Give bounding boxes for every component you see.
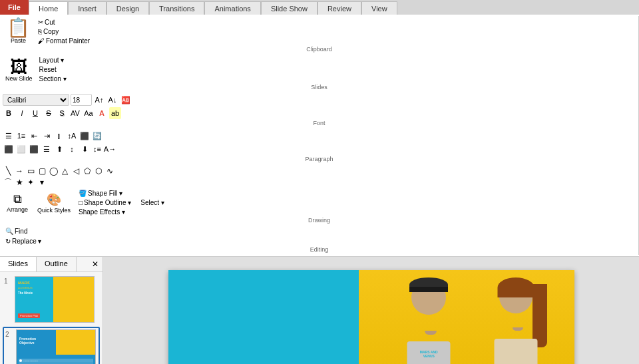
align-left-button[interactable]: ⬛ [3,143,15,155]
file-button[interactable]: File [0,0,29,15]
fill-icon: 🪣 [79,190,87,197]
ellipse-shape[interactable]: ◯ [48,166,59,176]
slide-thumb-2[interactable]: 2 PromotionObjective Creating awareness [3,327,100,364]
case-button[interactable]: Aa [83,107,95,119]
paste-icon: 📋 [7,19,30,37]
replace-button[interactable]: ↻ Replace ▾ [3,237,44,246]
sidebar-tab-outline[interactable]: Outline [37,257,77,272]
new-slide-button[interactable]: 🖼 New Slide [3,57,35,83]
tab-insert[interactable]: Insert [68,1,106,15]
increase-indent-button[interactable]: ⇥ [41,130,53,142]
editing-group: 🔍 Find ↻ Replace ▾ Editing [0,226,639,255]
bold-button[interactable]: B [3,107,15,119]
align-top-button[interactable]: ⬆ [53,143,65,155]
star4-shape[interactable]: ✦ [25,177,36,188]
tab-transitions[interactable]: Transitions [149,1,204,15]
font-group-label: Font [3,119,636,127]
replace-icon: ↻ [5,238,11,245]
align-right-button[interactable]: ⬛ [28,143,40,155]
smartart-button[interactable]: ⬛ [79,130,91,142]
slides-list: 1 MARS and VENUS The Movie Promotion Pla… [0,272,103,364]
layout-button[interactable]: Layout ▾ [37,56,69,65]
section-button[interactable]: Section ▾ [37,75,69,83]
outline-icon: □ [79,199,83,206]
slide-thumb-1[interactable]: 1 MARS and VENUS The Movie Promotion Pla… [3,275,100,324]
select-button[interactable]: Select ▾ [138,198,167,207]
sidebar-tab-slides[interactable]: Slides [0,257,37,272]
rect-shape[interactable]: ▭ [25,166,36,176]
highlight-button[interactable]: ab [109,107,121,119]
clipboard-group: 📋 Paste ✂Cut ⎘Copy 🖌Format Painter Clipb… [0,16,639,55]
arrange-icon: ⧉ [13,192,22,206]
cols-button[interactable]: ⫿ [53,130,65,142]
text-direction2-button[interactable]: A→ [104,143,116,155]
painter-icon: 🖌 [38,37,45,45]
text-direction-button[interactable]: ↕A [66,130,78,142]
connector-shape[interactable]: ⌒ [3,177,13,188]
clear-format-button[interactable]: 🆎 [120,94,132,106]
tab-animations[interactable]: Animations [204,1,260,15]
paste-button[interactable]: 📋 Paste [3,17,34,45]
slides-group: 🖼 New Slide Layout ▾ Reset Section ▾ Sli… [0,55,639,92]
reset-button[interactable]: Reset [37,65,69,74]
arrow-shape[interactable]: → [14,166,25,176]
char-spacing-button[interactable]: AV [69,107,81,119]
underline-button[interactable]: U [29,107,41,119]
font-name-select[interactable]: Calibri Arial Times New Roman [3,94,69,106]
copy-icon: ⎘ [38,28,42,35]
slide-num-2: 2 [5,329,13,338]
new-slide-icon: 🖼 [10,58,27,75]
italic-button[interactable]: I [16,107,28,119]
shape-effects-button[interactable]: Shape Effects ▾ [76,208,134,216]
font-color-button[interactable]: A [96,107,108,119]
slide-canvas: Promotion Objective [168,270,574,364]
sidebar-close-button[interactable]: ✕ [88,257,103,272]
more-shapes-button[interactable]: ▾ [37,177,47,188]
tab-review[interactable]: Review [318,1,361,15]
decrease-font-button[interactable]: A↓ [106,94,118,106]
line-shape[interactable]: ╲ [3,166,13,176]
copy-button[interactable]: ⎘Copy [35,27,93,36]
numbering-button[interactable]: 1≡ [15,130,27,142]
increase-font-button[interactable]: A↑ [93,94,105,106]
bullets-button[interactable]: ☰ [3,130,15,142]
quick-styles-button[interactable]: 🎨 Quick Styles [33,191,75,215]
tab-design[interactable]: Design [106,1,149,15]
line-spacing-button[interactable]: ↕≡ [91,143,103,155]
pentagon-shape[interactable]: ⬠ [82,166,93,176]
tab-slideshow[interactable]: Slide Show [261,1,318,15]
shape-fill-button[interactable]: 🪣 Shape Fill ▾ [76,189,134,198]
paste-label: Paste [11,37,26,44]
tab-home[interactable]: Home [29,1,68,15]
arrange-button[interactable]: ⧉ Arrange [3,191,32,214]
paragraph-group-label: Paragraph [3,155,636,163]
strikethrough-button[interactable]: S [43,107,55,119]
align-middle-button[interactable]: ↕ [66,143,78,155]
ribbon-tabs: Home Insert Design Transitions Animation… [29,0,397,15]
hexagon-shape[interactable]: ⬡ [93,166,104,176]
rtriangle-shape[interactable]: ◁ [71,166,81,176]
cut-button[interactable]: ✂Cut [35,18,93,27]
justify-button[interactable]: ☰ [41,143,53,155]
decrease-indent-button[interactable]: ⇤ [28,130,40,142]
convert-button[interactable]: 🔄 [91,130,103,142]
arrange-label: Arrange [7,206,28,213]
find-button[interactable]: 🔍 Find [3,227,30,236]
triangle-shape[interactable]: △ [59,166,70,176]
new-slide-label: New Slide [5,75,33,82]
tab-view[interactable]: View [361,1,397,15]
curve-shape[interactable]: ∿ [105,166,115,176]
drawing-group-label: Drawing [3,216,636,224]
star5-shape[interactable]: ★ [14,177,25,188]
align-bottom-button[interactable]: ⬇ [79,143,91,155]
drawing-group: ╲ → ▭ ▢ ◯ △ ◁ ⬠ ⬡ ∿ ⌒ ★ ✦ ▾ ⧉ Arrange [0,164,639,226]
font-size-input[interactable] [71,94,92,106]
rounded-rect-shape[interactable]: ▢ [37,166,47,176]
font-group: Calibri Arial Times New Roman A↑ A↓ 🆎 B … [0,92,639,128]
editing-group-label: Editing [3,246,636,254]
align-center-button[interactable]: ⬜ [15,143,27,155]
shadow-button[interactable]: S [56,107,68,119]
slide-num-1: 1 [4,276,12,285]
shape-outline-button[interactable]: □ Shape Outline ▾ [76,198,134,207]
format-painter-button[interactable]: 🖌Format Painter [35,37,93,45]
